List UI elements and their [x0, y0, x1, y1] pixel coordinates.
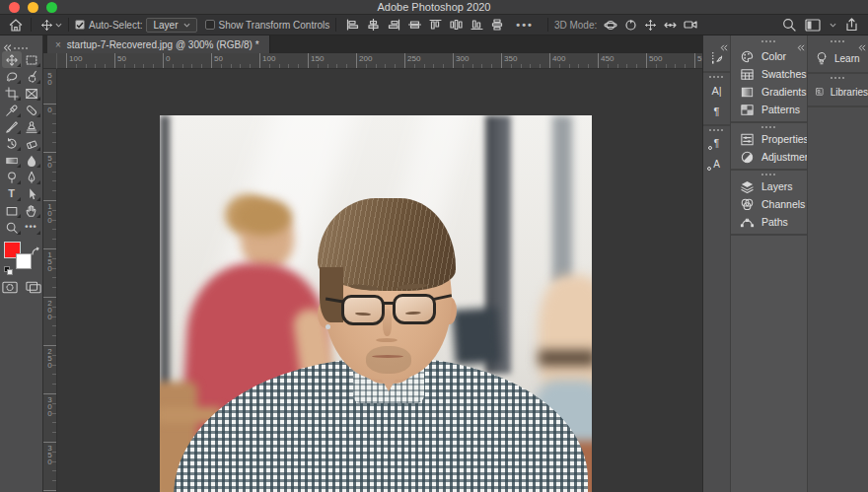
- distribute-vertical-icon[interactable]: [491, 19, 504, 31]
- background-color-swatch[interactable]: [16, 253, 32, 269]
- document-area: × startup-7-Recovered.jpg @ 300% (RGB/8)…: [43, 35, 702, 492]
- properties-icon: [740, 132, 755, 147]
- home-button[interactable]: [7, 16, 25, 34]
- align-bottom-edges-icon[interactable]: [470, 19, 483, 31]
- tool-hand[interactable]: [22, 202, 41, 219]
- man-mouth: [372, 355, 403, 358]
- auto-select-checkbox[interactable]: [75, 20, 85, 30]
- panel-group-drag-handle[interactable]: [808, 74, 868, 81]
- panel-label: Channels: [761, 198, 805, 210]
- panel-group-drag-handle[interactable]: [731, 38, 807, 45]
- history-brush-icon: [5, 137, 19, 151]
- patterns-panel-button[interactable]: Patterns: [731, 101, 807, 118]
- panel-label: Properties: [761, 133, 809, 145]
- tool-eraser[interactable]: [22, 135, 41, 152]
- 3d-slide-icon[interactable]: [664, 19, 677, 32]
- search-icon[interactable]: [782, 18, 796, 32]
- gradients-icon: [740, 85, 755, 100]
- align-left-edges-icon[interactable]: [346, 19, 359, 31]
- tool-history-brush[interactable]: [2, 135, 22, 152]
- tool-blur[interactable]: [22, 152, 41, 169]
- photoshop-window: Adobe Photoshop 2020 Auto-Select: Layer …: [0, 0, 868, 492]
- align-horizontal-centers-icon[interactable]: [367, 19, 380, 31]
- adjustments-panel-button[interactable]: Adjustments: [731, 148, 807, 166]
- tool-edit-toolbar[interactable]: •••: [22, 219, 41, 236]
- quick-mask-mode-button[interactable]: [2, 281, 18, 294]
- tool-dodge[interactable]: [2, 169, 22, 185]
- eraser-icon: [25, 137, 38, 151]
- 3d-orbit-icon[interactable]: [604, 19, 617, 32]
- tool-gradient[interactable]: [2, 152, 22, 169]
- panel-group-drag-handle[interactable]: [703, 126, 730, 133]
- toolbar-drag-handle[interactable]: [0, 44, 42, 51]
- auto-select-target-value: Layer: [153, 20, 178, 31]
- more-align-options-button[interactable]: •••: [516, 19, 534, 31]
- paragraph-panel-button[interactable]: ¶: [703, 101, 730, 121]
- swatches-panel-button[interactable]: Swatches: [731, 65, 807, 83]
- horizontal-ruler[interactable]: 100 50 0 50 100 150 200 250 300 350 400 …: [57, 53, 702, 69]
- tool-rectangle-shape[interactable]: [2, 202, 22, 219]
- ruler-tick-label: 300: [45, 395, 54, 416]
- close-tab-button[interactable]: ×: [55, 39, 61, 50]
- properties-panel-button[interactable]: Properties: [731, 130, 807, 148]
- tool-zoom[interactable]: [2, 219, 22, 236]
- tool-lasso[interactable]: [2, 68, 22, 85]
- paragraph-styles-panel-button[interactable]: ¶: [703, 133, 730, 154]
- tool-spot-healing-brush[interactable]: [22, 102, 41, 118]
- tool-brush[interactable]: [2, 118, 22, 135]
- share-image-icon[interactable]: [845, 18, 858, 32]
- show-transform-controls-checkbox[interactable]: [205, 20, 215, 30]
- chevron-down-icon[interactable]: [830, 23, 836, 28]
- default-colors-button[interactable]: [4, 266, 13, 275]
- ruler-origin-box[interactable]: [43, 53, 57, 69]
- layers-panel-button[interactable]: Layers: [731, 177, 807, 195]
- canvas-pasteboard[interactable]: [57, 69, 702, 492]
- ruler-tick-label: 50: [214, 54, 223, 63]
- panel-group-drag-handle[interactable]: [703, 73, 730, 80]
- tool-path-selection[interactable]: [22, 185, 41, 202]
- gradients-panel-button[interactable]: Gradients: [731, 83, 807, 101]
- tool-pen[interactable]: [22, 169, 41, 185]
- options-bar: Auto-Select: Layer Show Transform Contro…: [0, 15, 868, 35]
- 3d-dolly-camera-icon[interactable]: [684, 19, 697, 31]
- channels-panel-button[interactable]: Channels: [731, 195, 807, 213]
- panel-label: Color: [761, 50, 786, 62]
- collapse-panels-icon[interactable]: [720, 44, 728, 51]
- 3d-pan-icon[interactable]: [644, 19, 657, 32]
- collapse-panels-icon[interactable]: [797, 44, 805, 51]
- swap-colors-button[interactable]: [31, 242, 39, 259]
- move-tool-preset-button[interactable]: [37, 16, 55, 34]
- tool-type[interactable]: T: [2, 185, 22, 202]
- panel-group-drag-handle[interactable]: [731, 171, 807, 177]
- character-panel-button[interactable]: A|: [703, 80, 730, 101]
- character-styles-panel-button[interactable]: A: [703, 154, 730, 175]
- dodge-icon: [5, 171, 19, 184]
- document-tab[interactable]: × startup-7-Recovered.jpg @ 300% (RGB/8)…: [47, 35, 270, 53]
- vertical-ruler[interactable]: 50 0 50 100 150 200 250 300 350: [43, 69, 57, 492]
- auto-select-target-dropdown[interactable]: Layer: [146, 18, 196, 33]
- libraries-panel-button[interactable]: Libraries: [808, 81, 868, 103]
- panel-label: Patterns: [761, 104, 800, 115]
- tool-crop[interactable]: [2, 85, 22, 102]
- lasso-icon: [5, 70, 19, 84]
- tool-eyedropper[interactable]: [2, 102, 22, 118]
- distribute-horizontal-icon[interactable]: [450, 19, 463, 31]
- chevron-down-icon[interactable]: [55, 23, 62, 28]
- align-top-edges-icon[interactable]: [429, 19, 442, 31]
- paths-panel-button[interactable]: Paths: [731, 213, 807, 231]
- tool-clone-stamp[interactable]: [22, 118, 41, 135]
- layers-icon: [740, 179, 755, 194]
- panel-group-drag-handle[interactable]: [731, 123, 807, 130]
- screen-mode-button[interactable]: [26, 281, 41, 294]
- color-panel-button[interactable]: Color: [731, 47, 807, 65]
- document-image[interactable]: [160, 115, 592, 492]
- collapse-panels-icon[interactable]: [858, 44, 866, 51]
- tool-rectangular-marquee[interactable]: [22, 51, 41, 68]
- 3d-roll-icon[interactable]: [624, 19, 637, 32]
- workspace-switcher-icon[interactable]: [805, 19, 821, 32]
- align-right-edges-icon[interactable]: [388, 19, 400, 31]
- tool-move[interactable]: [2, 51, 22, 68]
- tool-quick-selection[interactable]: [22, 68, 41, 85]
- align-vertical-centers-icon[interactable]: [408, 19, 421, 31]
- tool-frame[interactable]: [22, 85, 41, 102]
